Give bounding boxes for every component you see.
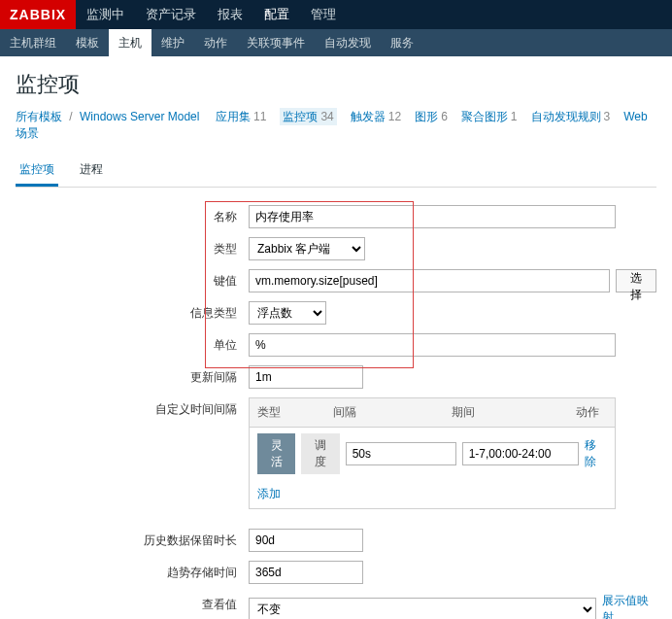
breadcrumb-group[interactable]: 触发器12 (351, 110, 401, 123)
topmenu-item[interactable]: 管理 (300, 0, 347, 29)
sched-header-action: 动作 (568, 398, 615, 427)
tabs: 监控项进程 (16, 155, 656, 188)
sched-schedule-button[interactable]: 调度 (301, 433, 339, 474)
interval-input[interactable] (249, 365, 363, 389)
key-input[interactable] (249, 269, 610, 292)
view-mapping-link[interactable]: 展示值映射 (602, 593, 656, 619)
label-interval: 更新间隔 (16, 365, 249, 386)
label-custom-interval: 自定义时间间隔 (16, 397, 249, 418)
label-unit: 单位 (16, 333, 249, 354)
label-key: 键值 (16, 269, 249, 290)
sched-header-interval: 间隔 (325, 398, 444, 427)
submenu-item[interactable]: 动作 (194, 29, 237, 56)
page-title: 监控项 (0, 56, 672, 109)
submenu-item[interactable]: 自动发现 (315, 29, 381, 56)
label-history: 历史数据保留时长 (16, 529, 249, 549)
submenu-item[interactable]: 维护 (151, 29, 194, 56)
topmenu-item[interactable]: 报表 (207, 0, 253, 29)
submenu-item[interactable]: 主机群组 (0, 29, 66, 56)
breadcrumb-separator: / (69, 110, 72, 123)
topmenu-item[interactable]: 配置 (253, 0, 300, 29)
label-infotype: 信息类型 (16, 301, 249, 322)
sched-remove-link[interactable]: 移除 (585, 437, 607, 470)
breadcrumb-all-templates[interactable]: 所有模板 (16, 110, 62, 123)
name-input[interactable] (249, 205, 616, 228)
submenu-item[interactable]: 服务 (381, 29, 423, 56)
sched-period-input[interactable] (462, 442, 579, 465)
view-select[interactable]: 不变 (249, 598, 596, 619)
submenu-item[interactable]: 关联项事件 (237, 29, 315, 56)
submenu-item[interactable]: 模板 (66, 29, 109, 56)
infotype-select[interactable]: 浮点数 (249, 301, 326, 325)
breadcrumb-template-name[interactable]: Windows Server Model (80, 110, 199, 123)
top-menu: 监测中资产记录报表配置管理 (76, 0, 347, 29)
breadcrumb-group[interactable]: 应用集11 (216, 110, 266, 123)
tab[interactable]: 监控项 (16, 155, 58, 187)
sub-menu: 主机群组模板主机维护动作关联项事件自动发现服务 (0, 29, 672, 56)
schedule-table: 类型 间隔 期间 动作 灵活 调度 移除 添加 (249, 397, 616, 509)
sched-flexible-button[interactable]: 灵活 (257, 433, 295, 474)
topmenu-item[interactable]: 监测中 (76, 0, 135, 29)
tab[interactable]: 进程 (76, 155, 107, 184)
breadcrumb-group[interactable]: 图形6 (415, 110, 448, 123)
sched-add-link[interactable]: 添加 (257, 486, 281, 502)
submenu-item[interactable]: 主机 (109, 29, 151, 56)
unit-input[interactable] (249, 333, 616, 357)
sched-header-type: 类型 (250, 398, 325, 427)
breadcrumb: 所有模板 / Windows Server Model 应用集11监控项34触发… (0, 109, 672, 152)
label-view: 查看值 (16, 593, 249, 613)
brand-logo: ZABBIX (0, 0, 76, 29)
type-select[interactable]: Zabbix 客户端 (249, 237, 365, 260)
label-name: 名称 (16, 205, 249, 225)
breadcrumb-group[interactable]: 监控项34 (280, 108, 336, 125)
label-type: 类型 (16, 237, 249, 258)
breadcrumb-group[interactable]: 聚合图形1 (461, 110, 518, 123)
topmenu-item[interactable]: 资产记录 (135, 0, 207, 29)
sched-interval-input[interactable] (346, 442, 456, 465)
breadcrumb-group[interactable]: 自动发现规则3 (531, 110, 611, 123)
history-input[interactable] (249, 529, 363, 552)
sched-header-period: 期间 (444, 398, 568, 427)
label-trend: 趋势存储时间 (16, 561, 249, 581)
key-select-button[interactable]: 选择 (616, 269, 656, 292)
trend-input[interactable] (249, 561, 363, 584)
